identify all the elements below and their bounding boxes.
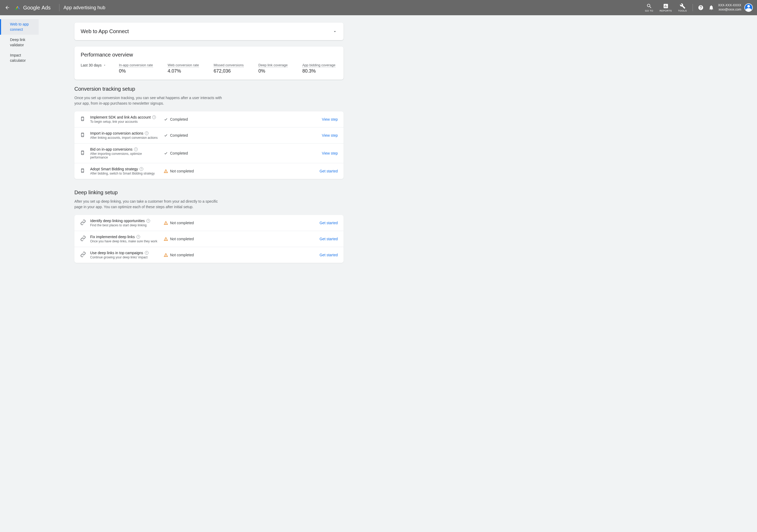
conversion-steps-card: Implement SDK and link Ads account? To b… bbox=[75, 111, 344, 179]
help-icon[interactable]: ? bbox=[146, 219, 150, 222]
step-subtitle: After importing conversions, optimize pe… bbox=[90, 152, 159, 159]
sidebar-item-web-to-app[interactable]: Web to app connect bbox=[0, 19, 39, 35]
performance-title: Performance overview bbox=[81, 52, 337, 58]
metric: Web conversion rate4.07% bbox=[168, 63, 199, 74]
logo[interactable]: Google Ads bbox=[15, 5, 51, 11]
goto-tool[interactable]: GO TO bbox=[645, 3, 653, 12]
web-to-app-connect-card[interactable]: Web to App Connect bbox=[75, 23, 344, 40]
metric-label: App bidding coverage bbox=[302, 63, 335, 67]
header-divider bbox=[59, 4, 59, 11]
metric-label: In-app conversion rate bbox=[119, 63, 153, 67]
period-selector[interactable]: Last 30 days bbox=[81, 63, 106, 67]
svg-point-20 bbox=[166, 256, 166, 256]
step-text: Identify deep linking opportunities? Fin… bbox=[90, 219, 159, 227]
page-title: App advertising hub bbox=[64, 5, 106, 11]
app-header: Google Ads App advertising hub GO TO REP… bbox=[0, 0, 757, 15]
step-action-link[interactable]: View step bbox=[322, 117, 338, 121]
arrow-left-icon bbox=[5, 5, 10, 10]
help-icon[interactable]: ? bbox=[139, 167, 143, 171]
step-subtitle: After linking accounts, import conversio… bbox=[90, 136, 159, 139]
deeplink-steps-card: Identify deep linking opportunities? Fin… bbox=[75, 215, 344, 263]
help-button[interactable] bbox=[698, 5, 704, 11]
step-status: Not completed bbox=[159, 169, 319, 173]
main-content: Web to App Connect Performance overview … bbox=[39, 15, 354, 284]
device-icon bbox=[80, 150, 86, 157]
step-status: Completed bbox=[159, 117, 322, 121]
step-subtitle: To begin setup, link your accounts bbox=[90, 120, 159, 124]
notifications-button[interactable] bbox=[708, 5, 714, 11]
step-row: Use deep links in top campaigns? Continu… bbox=[75, 247, 344, 263]
step-text: Bid on in-app conversions? After importi… bbox=[90, 147, 159, 159]
step-row: Implement SDK and link Ads account? To b… bbox=[75, 111, 344, 127]
metric: In-app conversion rate0% bbox=[119, 63, 153, 74]
avatar-icon bbox=[745, 4, 752, 11]
account-text: XXX-XXX-XXXX xxxx@xxxx.com bbox=[718, 3, 741, 12]
step-status: Not completed bbox=[159, 253, 319, 257]
account-section[interactable]: XXX-XXX-XXXX xxxx@xxxx.com bbox=[718, 3, 753, 12]
metric-label: Deep link coverage bbox=[258, 63, 288, 67]
step-text: Import in-app conversion actions? After … bbox=[90, 131, 159, 139]
step-action-link[interactable]: View step bbox=[322, 151, 338, 155]
bell-icon bbox=[709, 5, 714, 11]
step-title: Use deep links in top campaigns? bbox=[90, 251, 159, 255]
step-status: Completed bbox=[159, 151, 322, 155]
search-icon bbox=[646, 3, 652, 9]
metric-value: 672,036 bbox=[214, 68, 244, 74]
step-status: Completed bbox=[159, 133, 322, 137]
wrench-icon bbox=[680, 3, 685, 9]
help-icon[interactable]: ? bbox=[134, 147, 138, 151]
dropdown-icon bbox=[103, 64, 106, 67]
help-icon[interactable]: ? bbox=[152, 115, 156, 119]
step-status: Not completed bbox=[159, 221, 319, 225]
deeplink-section-title: Deep linking setup bbox=[75, 190, 344, 195]
avatar[interactable] bbox=[744, 3, 753, 12]
step-action-link[interactable]: View step bbox=[322, 133, 338, 137]
link-icon bbox=[80, 235, 86, 242]
metric: Deep link coverage0% bbox=[258, 63, 288, 74]
metric: App bidding coverage80.3% bbox=[302, 63, 335, 74]
conversion-section-desc: Once you set up conversion tracking, you… bbox=[75, 95, 227, 106]
step-status: Not completed bbox=[159, 237, 319, 241]
sidebar-item-deep-link-validator[interactable]: Deep link validator bbox=[0, 35, 39, 50]
reports-tool[interactable]: REPORTS bbox=[659, 3, 672, 12]
expand-card-title: Web to App Connect bbox=[81, 28, 129, 34]
svg-point-18 bbox=[166, 240, 166, 240]
step-action-link[interactable]: Get started bbox=[319, 221, 338, 225]
step-text: Adopt Smart Bidding strategy? After bidd… bbox=[90, 167, 159, 175]
step-subtitle: Find the best places to start deep linki… bbox=[90, 223, 159, 227]
device-icon bbox=[80, 116, 86, 123]
tools-tool[interactable]: TOOLS bbox=[678, 3, 687, 12]
step-text: Implement SDK and link Ads account? To b… bbox=[90, 115, 159, 124]
step-subtitle: After bidding, switch to Smart Bidding s… bbox=[90, 172, 159, 175]
device-icon bbox=[80, 168, 86, 174]
step-action-link[interactable]: Get started bbox=[319, 237, 338, 241]
account-id: XXX-XXX-XXXX bbox=[718, 3, 741, 8]
account-email: xxxx@xxxx.com bbox=[718, 8, 741, 12]
help-icon[interactable]: ? bbox=[145, 132, 148, 135]
metric: Missed conversions672,036 bbox=[214, 63, 244, 74]
step-subtitle: Once you have deep links, make sure they… bbox=[90, 239, 159, 243]
back-button[interactable] bbox=[4, 5, 11, 11]
performance-card: Performance overview Last 30 days In-app… bbox=[75, 46, 344, 80]
link-icon bbox=[80, 220, 86, 226]
step-action-link[interactable]: Get started bbox=[319, 169, 338, 173]
svg-point-0 bbox=[15, 8, 17, 10]
step-title: Adopt Smart Bidding strategy? bbox=[90, 167, 159, 171]
logo-text: Google Ads bbox=[23, 5, 51, 11]
step-row: Fix implemented deep links? Once you hav… bbox=[75, 231, 344, 247]
help-icon[interactable]: ? bbox=[136, 235, 140, 239]
metric-label: Missed conversions bbox=[214, 63, 244, 67]
help-icon bbox=[698, 5, 704, 11]
help-icon[interactable]: ? bbox=[145, 251, 148, 255]
sidebar: Web to app connect Deep link validator I… bbox=[0, 15, 39, 284]
step-text: Use deep links in top campaigns? Continu… bbox=[90, 251, 159, 259]
metric-value: 0% bbox=[258, 68, 288, 74]
step-title: Identify deep linking opportunities? bbox=[90, 219, 159, 223]
deeplink-section-desc: After you set up deep linking, you can t… bbox=[75, 199, 227, 210]
sidebar-item-impact-calculator[interactable]: Impact calculator bbox=[0, 50, 39, 66]
metric-value: 0% bbox=[119, 68, 153, 74]
step-action-link[interactable]: Get started bbox=[319, 253, 338, 257]
conversion-section-title: Conversion tracking setup bbox=[75, 86, 344, 92]
step-row: Identify deep linking opportunities? Fin… bbox=[75, 215, 344, 231]
device-icon bbox=[80, 132, 86, 139]
